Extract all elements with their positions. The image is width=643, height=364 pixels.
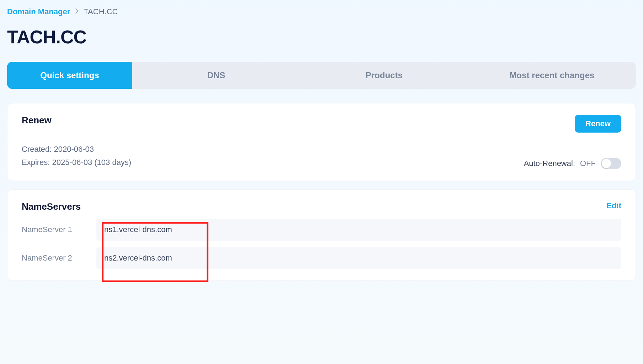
auto-renewal-toggle[interactable]	[601, 158, 621, 169]
toggle-knob	[602, 159, 611, 168]
renew-card: Renew Renew Created: 2020-06-03 Expires:…	[7, 103, 636, 181]
tab-bar: Quick settings DNS Products Most recent …	[7, 62, 636, 89]
nameservers-title: NameServers	[22, 201, 81, 212]
tab-most-recent-changes[interactable]: Most recent changes	[468, 62, 636, 89]
nameservers-edit-link[interactable]: Edit	[606, 201, 621, 210]
nameserver-1-value: ns1.vercel-dns.com	[96, 219, 621, 241]
renew-button[interactable]: Renew	[575, 115, 621, 133]
nameserver-row-1: NameServer 1 ns1.vercel-dns.com	[22, 219, 621, 241]
breadcrumb-root-link[interactable]: Domain Manager	[7, 7, 70, 16]
auto-renewal-control: Auto-Renewal: OFF	[524, 158, 621, 169]
breadcrumb-current: TACH.CC	[84, 7, 118, 16]
expires-label: Expires:	[22, 158, 50, 167]
nameserver-2-value: ns2.vercel-dns.com	[96, 247, 621, 269]
auto-renewal-label: Auto-Renewal:	[524, 159, 575, 168]
chevron-right-icon	[75, 8, 79, 16]
nameserver-1-label: NameServer 1	[22, 219, 96, 241]
auto-renewal-status: OFF	[580, 159, 596, 168]
tab-products[interactable]: Products	[300, 62, 468, 89]
nameservers-card: NameServers Edit NameServer 1 ns1.vercel…	[7, 189, 636, 281]
renew-meta: Created: 2020-06-03 Expires: 2025-06-03 …	[22, 143, 131, 169]
page-title: TACH.CC	[7, 26, 636, 48]
created-value: 2020-06-03	[54, 145, 94, 154]
tab-quick-settings[interactable]: Quick settings	[7, 62, 132, 89]
expires-value: 2025-06-03 (103 days)	[52, 158, 132, 167]
nameserver-row-2: NameServer 2 ns2.vercel-dns.com	[22, 247, 621, 269]
renew-card-title: Renew	[22, 115, 52, 126]
tab-dns[interactable]: DNS	[132, 62, 300, 89]
nameserver-2-label: NameServer 2	[22, 247, 96, 269]
breadcrumb: Domain Manager TACH.CC	[7, 7, 636, 16]
created-label: Created:	[22, 145, 52, 154]
